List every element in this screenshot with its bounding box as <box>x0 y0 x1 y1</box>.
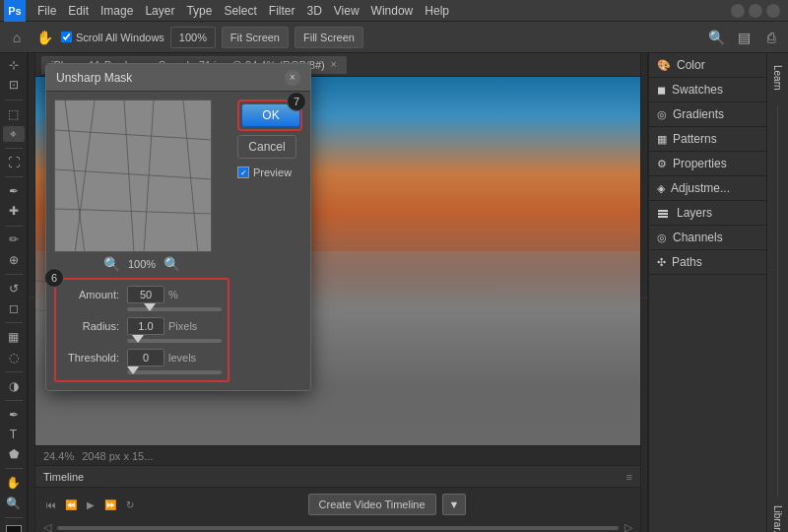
dialog-title: Unsharp Mask <box>56 71 132 85</box>
create-timeline-button[interactable]: Create Video Timeline <box>308 494 436 515</box>
share-icon[interactable]: ⎙ <box>760 27 782 48</box>
blur-tool[interactable]: ◌ <box>3 349 25 365</box>
timeline-dropdown-button[interactable]: ▼ <box>442 494 467 515</box>
patterns-panel: ▦ Patterns <box>649 127 766 152</box>
menu-edit[interactable]: Edit <box>62 2 95 20</box>
adjustments-icon: ◈ <box>657 182 665 195</box>
swatches-panel-header[interactable]: ◼ Swatches <box>649 78 766 101</box>
preview-checkbox-row[interactable]: ✓ Preview <box>237 166 302 178</box>
channels-panel-header[interactable]: ◎ Channels <box>649 226 766 249</box>
scroll-all-checkbox[interactable] <box>61 32 72 42</box>
eraser-tool[interactable]: ◻ <box>3 300 25 316</box>
properties-panel-header[interactable]: ⚙ Properties <box>649 152 766 175</box>
adjustments-panel: ◈ Adjustme... <box>649 176 766 201</box>
dialog-close-button[interactable]: × <box>285 70 300 86</box>
menu-window[interactable]: Window <box>365 2 420 20</box>
marquee-tool[interactable]: ⬚ <box>3 105 25 121</box>
unsharp-mask-dialog: Unsharp Mask × <box>45 63 311 391</box>
type-tool[interactable]: T <box>3 427 25 442</box>
cancel-button[interactable]: Cancel <box>237 135 296 159</box>
menu-filter[interactable]: Filter <box>263 2 301 20</box>
threshold-slider-thumb[interactable] <box>127 366 139 374</box>
radius-slider-thumb[interactable] <box>132 335 144 343</box>
eyedropper-tool[interactable]: ✒ <box>3 183 25 199</box>
zoom-in-icon[interactable]: 🔍 <box>164 256 180 272</box>
menu-image[interactable]: Image <box>95 2 139 20</box>
menu-layer[interactable]: Layer <box>139 2 180 20</box>
menu-file[interactable]: File <box>32 2 62 20</box>
timeline-panel: Timeline ≡ ⏮ ⏪ ▶ ⏩ ↻ Create Video Timeli… <box>35 465 640 532</box>
brush-tool[interactable]: ✏ <box>3 232 25 247</box>
radius-slider-track[interactable] <box>127 339 222 343</box>
crop-tool[interactable]: ⛶ <box>3 155 25 170</box>
zoom-input[interactable] <box>170 27 216 48</box>
left-toolbar: ⊹ ⊡ ⬚ ⌖ ⛶ ✒ ✚ ✏ ⊕ ↺ ◻ ▦ ◌ ◑ ✒ T ⬟ ✋ 🔍 <box>0 53 28 532</box>
stamp-tool[interactable]: ⊕ <box>3 252 25 268</box>
gradient-tool[interactable]: ▦ <box>3 329 25 345</box>
threshold-slider-track[interactable] <box>127 370 222 374</box>
timeline-collapse[interactable]: ≡ <box>626 471 632 483</box>
window-maximize[interactable] <box>749 4 762 18</box>
search-icon[interactable]: 🔍 <box>705 27 727 48</box>
tab-close-icon[interactable]: × <box>331 59 337 70</box>
tl-prev-btn[interactable]: ⏪ <box>63 497 79 512</box>
dialog-title-bar: Unsharp Mask × <box>46 64 310 92</box>
tl-next-btn[interactable]: ⏩ <box>102 497 118 512</box>
amount-slider-track[interactable] <box>127 307 222 311</box>
tl-loop-btn[interactable]: ↻ <box>122 497 138 512</box>
layers-panel: Layers <box>649 201 766 226</box>
window-minimize[interactable] <box>731 4 745 18</box>
color-panel-header[interactable]: 🎨 Color <box>649 53 766 77</box>
move-tool[interactable]: ⊹ <box>3 57 25 73</box>
fill-screen-button[interactable]: Fill Screen <box>295 27 363 48</box>
timeline-scrubber[interactable] <box>57 526 619 530</box>
threshold-input[interactable] <box>127 349 164 366</box>
amount-input[interactable] <box>127 286 164 303</box>
gradients-panel-header[interactable]: ◎ Gradients <box>649 102 766 126</box>
lasso-tool[interactable]: ⌖ <box>3 126 25 142</box>
patterns-panel-header[interactable]: ▦ Patterns <box>649 127 766 151</box>
tool-separator-9 <box>5 468 23 469</box>
libraries-panel-toggle[interactable]: Librar... <box>772 505 783 532</box>
tl-start-btn[interactable]: ⏮ <box>43 497 59 512</box>
dodge-tool[interactable]: ◑ <box>3 377 25 393</box>
fit-screen-button[interactable]: Fit Screen <box>222 27 289 48</box>
zoom-tool[interactable]: 🔍 <box>3 496 25 511</box>
window-close[interactable] <box>766 4 780 18</box>
radius-input[interactable] <box>127 317 164 335</box>
gradients-icon: ◎ <box>657 108 667 121</box>
hand-tool-icon[interactable]: ✋ <box>33 27 55 48</box>
healing-tool[interactable]: ✚ <box>3 203 25 219</box>
menu-3d[interactable]: 3D <box>300 2 327 20</box>
history-brush[interactable]: ↺ <box>3 281 25 297</box>
artboard-tool[interactable]: ⊡ <box>3 77 25 93</box>
pen-tool[interactable]: ✒ <box>3 406 25 422</box>
color-panel: 🎨 Color <box>649 53 766 78</box>
preview-checkbox[interactable]: ✓ <box>237 166 249 178</box>
scroll-all-label: Scroll All Windows <box>76 32 164 43</box>
menu-view[interactable]: View <box>328 2 365 20</box>
learn-panel-toggle[interactable]: Learn <box>769 57 787 98</box>
layers-panel-header[interactable]: Layers <box>649 201 766 225</box>
app-logo: Ps <box>4 0 26 22</box>
menu-type[interactable]: Type <box>180 2 218 20</box>
hand-tool[interactable]: ✋ <box>3 475 25 491</box>
zoom-out-icon[interactable]: 🔍 <box>103 256 120 272</box>
paths-label: Paths <box>672 255 702 269</box>
home-icon[interactable]: ⌂ <box>6 27 28 48</box>
timeline-fwd-arrow[interactable]: ▷ <box>624 521 632 532</box>
amount-slider-thumb[interactable] <box>144 303 156 311</box>
shape-tool[interactable]: ⬟ <box>3 446 25 462</box>
adjustments-panel-header[interactable]: ◈ Adjustme... <box>649 176 766 200</box>
menu-select[interactable]: Select <box>218 2 262 20</box>
preview-container[interactable] <box>54 100 212 252</box>
panels-icon[interactable]: ▤ <box>733 27 755 48</box>
menu-help[interactable]: Help <box>419 2 455 20</box>
badge-ok: 7 <box>287 92 306 111</box>
tl-play-btn[interactable]: ▶ <box>83 497 98 512</box>
paths-panel-header[interactable]: ✣ Paths <box>649 250 766 274</box>
foreground-color[interactable] <box>6 525 22 532</box>
amount-slider-row <box>127 307 222 311</box>
amount-row: Amount: % <box>62 286 222 303</box>
timeline-back-arrow[interactable]: ◁ <box>43 521 51 532</box>
